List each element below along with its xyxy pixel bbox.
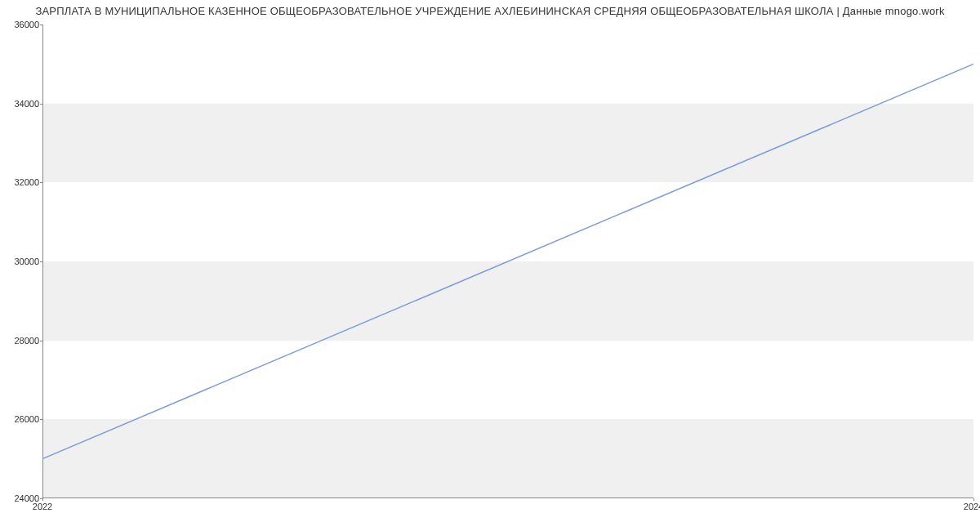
data-line	[42, 64, 973, 458]
chart-container: ЗАРПЛАТА В МУНИЦИПАЛЬНОЕ КАЗЕННОЕ ОБЩЕОБ…	[0, 0, 980, 531]
x-tick-label: 2024	[964, 502, 980, 511]
y-tick-label: 34000	[14, 99, 39, 109]
line-svg	[42, 25, 973, 498]
y-tick-label: 26000	[14, 414, 39, 424]
y-tick-mark	[40, 419, 42, 420]
y-tick-label: 36000	[14, 20, 39, 29]
y-tick-mark	[40, 261, 42, 262]
x-tick-label: 2022	[33, 502, 52, 511]
y-tick-label: 28000	[14, 336, 39, 346]
chart-title: ЗАРПЛАТА В МУНИЦИПАЛЬНОЕ КАЗЕННОЕ ОБЩЕОБ…	[0, 5, 980, 17]
y-tick-label: 30000	[14, 257, 39, 266]
y-tick-mark	[40, 182, 42, 183]
y-tick-mark	[40, 341, 42, 341]
x-tick-mark	[973, 498, 974, 501]
y-tick-label: 32000	[14, 177, 39, 187]
y-tick-mark	[40, 25, 42, 25]
x-tick-mark	[42, 498, 43, 501]
plot-area	[42, 25, 973, 498]
y-tick-mark	[40, 104, 42, 105]
